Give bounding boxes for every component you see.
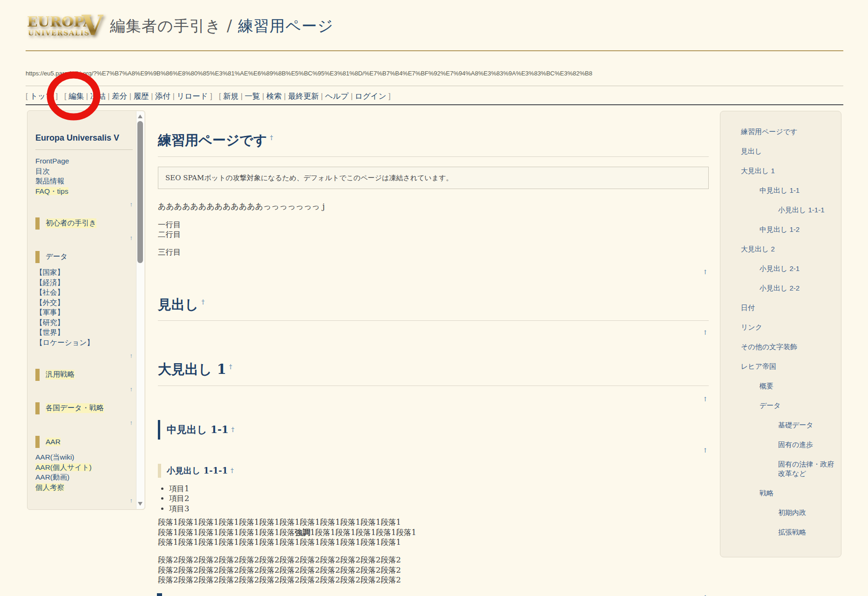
gold-bar-icon — [35, 251, 40, 263]
nav-link-リロード[interactable]: リロード — [177, 92, 208, 100]
sidebar-link-【ロケーション】[interactable]: 【ロケーション】 — [35, 338, 133, 348]
gold-bar-icon — [35, 369, 40, 381]
up-arrow-link[interactable]: ↑ — [130, 386, 133, 393]
toc-link-練習用ページです[interactable]: 練習用ページです — [741, 128, 797, 135]
toc-link-大見出し 1[interactable]: 大見出し 1 — [741, 167, 775, 175]
toc-link-基礎データ[interactable]: 基礎データ — [778, 421, 814, 429]
toc-link-固有の進歩[interactable]: 固有の進歩 — [778, 440, 813, 448]
up-arrow-link[interactable]: ↑ — [703, 447, 708, 454]
sidebar-link-AAR(動画)[interactable]: AAR(動画) — [35, 472, 133, 482]
heading-anchor-link[interactable]: † — [229, 363, 232, 370]
up-arrow-link[interactable]: ↑ — [130, 352, 133, 359]
heading-anchor-link[interactable]: † — [270, 134, 273, 141]
sidebar-link-【研究】[interactable]: 【研究】 — [35, 318, 133, 328]
toc-link-小見出し 2-2[interactable]: 小見出し 2-2 — [760, 284, 800, 292]
toc-item: その他の文字装飾 — [720, 342, 836, 352]
sidebar-link-【軍事】[interactable]: 【軍事】 — [35, 307, 133, 318]
toc-item: 概要 — [720, 381, 836, 391]
nav-link-差分[interactable]: 差分 — [112, 92, 127, 100]
next-heading-fragment — [157, 593, 162, 596]
nav-link-ヘルプ[interactable]: ヘルプ — [325, 92, 349, 100]
navbar: [ トップ ][ 編集 | 凍結 | 差分 | 履歴 | 添付 | リロード ]… — [26, 91, 391, 102]
sidebar-section-heading[interactable]: 各国データ・戦略 — [35, 402, 133, 414]
sidebar-section-heading[interactable]: 初心者の手引き — [35, 217, 133, 230]
toc-link-大見出し 2[interactable]: 大見出し 2 — [741, 245, 775, 253]
toc-link-データ[interactable]: データ — [760, 401, 781, 409]
toc-link-レヒア帝国[interactable]: レヒア帝国 — [741, 362, 776, 370]
logo-universalis-text: UNIVERSALIS — [28, 30, 90, 37]
toc-link-見出し[interactable]: 見出し — [741, 147, 762, 155]
toc-link-概要[interactable]: 概要 — [760, 382, 773, 390]
sidebar-link-製品情報[interactable]: 製品情報 — [35, 176, 133, 186]
sidebar-link-【経済】[interactable]: 【経済】 — [35, 278, 133, 288]
nav-link-凍結[interactable]: 凍結 — [90, 92, 106, 100]
paragraph-1: 段落1段落1段落1段落1段落1段落1段落1段落1段落1段落1段落1段落1段落1段… — [158, 517, 709, 548]
two-line-paragraph: 一行目二行目 — [158, 220, 709, 240]
bracket: [ — [219, 92, 223, 100]
up-arrow-link[interactable]: ↑ — [703, 269, 708, 276]
up-arrow-link[interactable]: ↑ — [130, 201, 133, 208]
sidebar-link-個人考察[interactable]: 個人考察 — [35, 482, 133, 493]
heading-anchor-link[interactable]: † — [202, 298, 205, 305]
sidebar-link-label: 【研究】 — [35, 318, 64, 326]
nav-link-編集[interactable]: 編集 — [68, 92, 84, 100]
toc-link-中見出し 1-1[interactable]: 中見出し 1-1 — [760, 186, 800, 194]
toc-item: 中見出し 1-1 — [720, 186, 836, 195]
sidebar-link-label: 個人考察 — [35, 483, 64, 491]
toc-link-日付[interactable]: 日付 — [741, 304, 755, 312]
sidebar-link-label: AAR(個人サイト) — [35, 463, 92, 471]
up-arrow-link[interactable]: ↑ — [703, 329, 708, 336]
paragraph-2-line-1: 段落2段落2段落2段落2段落2段落2段落2段落2段落2段落2段落2段落2 — [158, 555, 401, 564]
bullet-list: 項目1 項目2 項目3 — [158, 484, 709, 514]
pipe-separator: | — [319, 92, 325, 100]
nav-link-一覧[interactable]: 一覧 — [245, 92, 260, 100]
eu5-logo: EUROPA ✦ UNIVERSALIS V — [27, 8, 106, 48]
nav-link-ログイン[interactable]: ログイン — [355, 92, 387, 100]
sidebar-scrollbar[interactable] — [136, 111, 144, 509]
sidebar-link-FAQ・tips[interactable]: FAQ・tips — [35, 186, 133, 196]
scrollbar-down-arrow-icon[interactable] — [138, 502, 142, 506]
up-arrow-link[interactable]: ↑ — [703, 594, 708, 596]
sidebar-link-FrontPage[interactable]: FrontPage — [35, 156, 133, 166]
toc-link-小見出し 1-1-1[interactable]: 小見出し 1-1-1 — [778, 206, 825, 214]
gold-bar-icon — [35, 402, 40, 414]
up-arrow-link[interactable]: ↑ — [130, 419, 133, 426]
sidebar-link-【社会】[interactable]: 【社会】 — [35, 287, 133, 298]
pipe-separator: | — [106, 92, 112, 100]
sidebar-link-label: 【世界】 — [35, 328, 64, 336]
up-arrow-link[interactable]: ↑ — [703, 396, 708, 403]
nav-link-トップ[interactable]: トップ — [30, 92, 54, 100]
toc-link-その他の文字装飾[interactable]: その他の文字装飾 — [741, 343, 797, 351]
nav-link-検索[interactable]: 検索 — [266, 92, 282, 100]
frozen-page-notice: SEO SPAMボットの攻撃対象になるため、デフォルトでこのページは凍結されてい… — [158, 167, 709, 189]
sidebar-title-divider — [35, 149, 133, 150]
sidebar-section-heading[interactable]: 汎用戦略 — [35, 368, 133, 381]
toc-item: リンク — [720, 323, 836, 332]
scrollbar-up-arrow-icon[interactable] — [138, 115, 142, 118]
sidebar-section-heading[interactable]: データ — [35, 251, 133, 263]
sidebar-link-目次[interactable]: 目次 — [35, 166, 133, 176]
sidebar-section-heading[interactable]: AAR — [35, 435, 133, 448]
sidebar-link-【外交】[interactable]: 【外交】 — [35, 298, 133, 308]
toc-link-固有の法律・政府改革など[interactable]: 固有の法律・政府改革など — [778, 460, 834, 477]
toc-link-リンク[interactable]: リンク — [741, 323, 762, 331]
paragraph-1-line-3: 段落1段落1段落1段落1段落1段落1段落1段落1段落1段落1段落1段落1 — [158, 538, 401, 547]
heading-anchor-link[interactable]: † — [231, 426, 235, 433]
up-arrow-link[interactable]: ↑ — [130, 234, 133, 241]
sidebar-link-AAR(当wiki)[interactable]: AAR(当wiki) — [35, 452, 133, 462]
up-arrow-link[interactable]: ↑ — [130, 497, 133, 504]
sidebar-link-【世界】[interactable]: 【世界】 — [35, 327, 133, 338]
toc-link-初期内政[interactable]: 初期内政 — [778, 508, 806, 516]
nav-link-新規[interactable]: 新規 — [223, 92, 238, 100]
toc-link-拡張戦略[interactable]: 拡張戦略 — [778, 528, 806, 536]
sidebar-link-【国家】[interactable]: 【国家】 — [35, 267, 133, 278]
scrollbar-thumb[interactable] — [137, 121, 143, 263]
toc-link-小見出し 2-1[interactable]: 小見出し 2-1 — [760, 264, 800, 272]
toc-link-戦略[interactable]: 戦略 — [760, 489, 773, 497]
nav-link-添付[interactable]: 添付 — [155, 92, 170, 100]
toc-link-中見出し 1-2[interactable]: 中見出し 1-2 — [760, 225, 800, 233]
nav-link-最終更新[interactable]: 最終更新 — [288, 92, 319, 100]
nav-link-履歴[interactable]: 履歴 — [134, 92, 149, 100]
sidebar-link-AAR(個人サイト)[interactable]: AAR(個人サイト) — [35, 462, 133, 473]
heading-anchor-link[interactable]: † — [231, 467, 234, 474]
